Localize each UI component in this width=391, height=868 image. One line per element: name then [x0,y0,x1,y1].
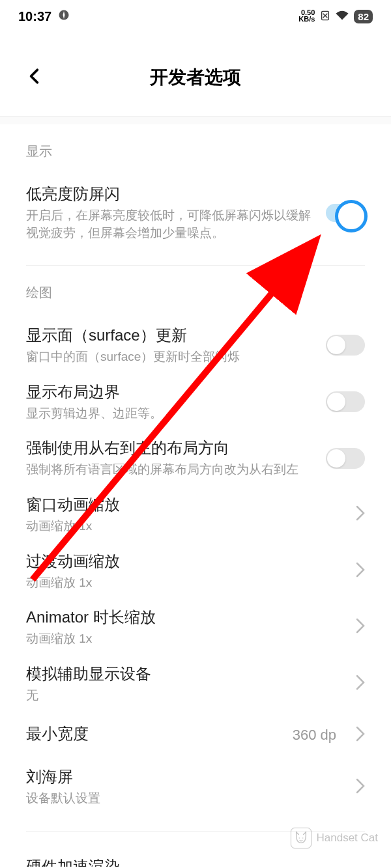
setting-desc: 强制将所有语言区域的屏幕布局方向改为从右到左 [26,461,313,479]
back-button[interactable] [26,68,43,87]
status-bar: 10:37 0.50 KB/s 82 [0,0,391,33]
setting-desc: 动画缩放 1x [26,630,343,648]
setting-rtl[interactable]: 强制使用从右到左的布局方向 强制将所有语言区域的屏幕布局方向改为从右到左 [26,430,365,486]
toggle-rtl[interactable] [326,448,365,469]
setting-title: Animator 时长缩放 [26,607,343,628]
setting-desc: 设备默认设置 [26,790,343,807]
cut-off-row: 硬件加速渲染 [26,856,120,867]
setting-title: 显示布局边界 [26,382,313,402]
setting-desc: 动画缩放 1x [26,518,343,535]
setting-title: 最小宽度 [26,723,280,744]
setting-title: 过渡动画缩放 [26,551,343,572]
compass-icon [58,9,70,24]
setting-value: 360 dp [293,727,336,744]
section-title-drawing: 绘图 [26,266,365,317]
setting-title: 刘海屏 [26,766,343,787]
setting-desc: 动画缩放 1x [26,574,343,592]
setting-desc: 窗口中的面（surface）更新时全部闪烁 [26,348,313,366]
setting-title: 显示面（surface）更新 [26,325,313,346]
setting-title: 低亮度防屏闪 [26,184,313,204]
page-header: 开发者选项 [0,33,391,116]
setting-desc: 开启后，在屏幕亮度较低时，可降低屏幕闪烁以缓解视觉疲劳，但屏幕会增加少量噪点。 [26,207,313,242]
setting-flicker[interactable]: 低亮度防屏闪 开启后，在屏幕亮度较低时，可降低屏幕闪烁以缓解视觉疲劳，但屏幕会增… [26,176,365,249]
network-speed: 0.50 KB/s [298,10,315,23]
setting-desc: 显示剪辑边界、边距等。 [26,405,313,423]
watermark: Handset Cat [291,828,379,848]
chevron-right-icon [356,778,365,796]
toggle-layout-bounds[interactable] [326,391,365,412]
setting-min-width[interactable]: 最小宽度 360 dp [26,712,365,759]
chevron-right-icon [356,726,365,744]
setting-title: 窗口动画缩放 [26,494,343,515]
watermark-text: Handset Cat [317,832,379,845]
section-display: 显示 低亮度防屏闪 开启后，在屏幕亮度较低时，可降低屏幕闪烁以缓解视觉疲劳，但屏… [0,124,391,266]
setting-title: 模拟辅助显示设备 [26,664,343,684]
setting-desc: 无 [26,687,343,705]
status-left: 10:37 [18,9,70,24]
chevron-right-icon [356,618,365,636]
setting-window-anim[interactable]: 窗口动画缩放 动画缩放 1x [26,486,365,543]
setting-animator[interactable]: Animator 时长缩放 动画缩放 1x [26,599,365,656]
setting-notch[interactable]: 刘海屏 设备默认设置 [26,759,365,815]
toggle-flicker[interactable] [326,204,365,222]
section-drawing: 绘图 显示面（surface）更新 窗口中的面（surface）更新时全部闪烁 … [0,266,391,815]
toggle-surface-update[interactable] [326,335,365,356]
sim-icon [320,10,330,23]
page-title: 开发者选项 [150,65,241,90]
setting-title: 强制使用从右到左的布局方向 [26,438,313,458]
battery-indicator: 82 [354,10,373,23]
chevron-right-icon [356,675,365,693]
setting-layout-bounds[interactable]: 显示布局边界 显示剪辑边界、边距等。 [26,374,365,430]
status-right: 0.50 KB/s 82 [298,10,373,23]
setting-transition-anim[interactable]: 过渡动画缩放 动画缩放 1x [26,543,365,600]
chevron-right-icon [356,505,365,524]
status-time: 10:37 [18,9,51,24]
chevron-right-icon [356,562,365,580]
cat-icon [291,828,311,848]
setting-simulate-display[interactable]: 模拟辅助显示设备 无 [26,656,365,712]
setting-surface-update[interactable]: 显示面（surface）更新 窗口中的面（surface）更新时全部闪烁 [26,317,365,374]
wifi-icon [336,10,349,23]
section-title-display: 显示 [26,124,365,176]
